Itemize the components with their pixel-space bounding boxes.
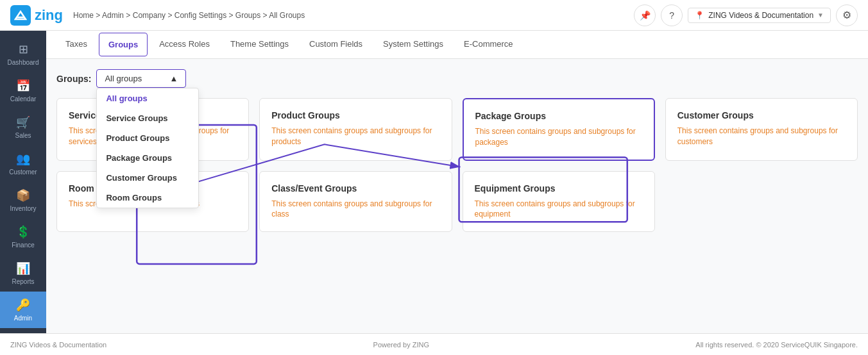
reports-icon: 📊 <box>16 261 30 276</box>
card-package-groups-title: Package Groups <box>475 111 642 121</box>
card-class-event-groups-title: Class/Event Groups <box>271 183 439 194</box>
location-pin-icon: 📍 <box>695 11 704 20</box>
settings-button[interactable]: ⚙ <box>836 4 858 26</box>
location-button[interactable]: 📍 ZING Videos & Documentation ▼ <box>688 8 831 23</box>
sidebar-item-calendar[interactable]: 📅 Calendar <box>0 72 46 109</box>
finance-icon: 💲 <box>16 225 30 239</box>
card-customer-groups[interactable]: Customer Groups This screen contains gro… <box>665 98 858 161</box>
pin-button[interactable]: 📌 <box>634 4 656 26</box>
card-product-groups-desc: This screen contains groups and subgroup… <box>271 126 439 147</box>
logo-text: zing <box>35 7 63 24</box>
sidebar-item-inventory[interactable]: 📦 Inventory <box>0 182 46 219</box>
help-button[interactable]: ? <box>661 4 683 26</box>
logo-icon <box>10 5 31 26</box>
sidebar-item-reports-label: Reports <box>12 278 34 285</box>
sidebar-item-admin-label: Admin <box>14 315 32 322</box>
groups-dropdown-menu: All groups Service Groups Product Groups… <box>96 88 199 208</box>
admin-key-icon: 🔑 <box>16 298 30 312</box>
footer: ZING Videos & Documentation Powered by Z… <box>0 333 868 355</box>
sidebar-item-reports[interactable]: 📊 Reports <box>0 255 46 292</box>
footer-center: Powered by ZING <box>373 341 429 349</box>
dropdown-item-service-groups[interactable]: Service Groups <box>97 108 198 128</box>
card-product-groups-title: Product Groups <box>271 110 439 120</box>
sidebar-item-dashboard-label: Dashboard <box>8 59 39 66</box>
dashboard-icon: ⊞ <box>19 42 28 56</box>
dropdown-item-customer-groups[interactable]: Customer Groups <box>97 168 198 188</box>
groups-dropdown-selected: All groups <box>105 74 142 83</box>
sidebar-item-calendar-label: Calendar <box>10 95 37 103</box>
card-equipment-groups-title: Equipment Groups <box>475 183 643 194</box>
calendar-icon: 📅 <box>16 79 30 93</box>
card-customer-groups-desc: This screen contains groups and subgroup… <box>677 126 846 147</box>
tab-system-settings[interactable]: System Settings <box>374 33 452 56</box>
chevron-down-icon: ▼ <box>817 12 824 19</box>
sidebar-item-sales[interactable]: 🛒 Sales <box>0 109 46 145</box>
tab-groups[interactable]: Groups <box>99 33 148 56</box>
topbar-actions: 📌 ? 📍 ZING Videos & Documentation ▼ ⚙ <box>634 4 858 26</box>
card-equipment-groups-desc: This screen contains groups and subgroup… <box>475 199 643 220</box>
dropdown-item-room-groups[interactable]: Room Groups <box>97 188 198 208</box>
sidebar-item-admin-user[interactable]: 👤 Admin <box>0 328 46 333</box>
groups-dropdown-wrapper: All groups ▲ All groups Service Groups P… <box>96 69 186 88</box>
card-package-groups[interactable]: Package Groups This screen contains grou… <box>463 98 655 161</box>
dropdown-item-product-groups[interactable]: Product Groups <box>97 128 198 148</box>
card-class-event-groups-desc: This screen contains groups and subgroup… <box>271 199 439 220</box>
sales-icon: 🛒 <box>16 115 30 129</box>
card-customer-groups-title: Customer Groups <box>677 110 846 120</box>
footer-left: ZING Videos & Documentation <box>10 341 106 349</box>
groups-header: Groups: All groups ▲ All groups Service … <box>56 69 858 88</box>
dropdown-item-package-groups[interactable]: Package Groups <box>97 148 198 168</box>
card-class-event-groups[interactable]: Class/Event Groups This screen contains … <box>259 171 452 233</box>
footer-right: All rights reserved. © 2020 ServiceQUIK … <box>695 341 858 349</box>
dropdown-item-all-groups[interactable]: All groups <box>97 88 198 108</box>
breadcrumb: Home > Admin > Company > Config Settings… <box>73 11 634 20</box>
groups-dropdown-button[interactable]: All groups ▲ <box>96 69 186 88</box>
location-label: ZING Videos & Documentation <box>708 11 813 20</box>
tabs-bar: Taxes Groups Access Roles Theme Settings… <box>46 31 868 59</box>
tab-theme-settings[interactable]: Theme Settings <box>221 33 298 56</box>
sidebar-item-sales-label: Sales <box>15 132 31 139</box>
card-package-groups-desc: This screen contains groups and subgroup… <box>475 126 642 148</box>
tab-ecommerce[interactable]: E-Commerce <box>455 33 522 56</box>
sidebar-item-inventory-label: Inventory <box>10 205 36 212</box>
sidebar-item-admin[interactable]: 🔑 Admin <box>0 292 46 328</box>
content-area: Taxes Groups Access Roles Theme Settings… <box>46 31 868 333</box>
sidebar-item-customer-label: Customer <box>9 169 37 176</box>
page-content: Groups: All groups ▲ All groups Service … <box>46 59 868 333</box>
logo: zing <box>10 5 63 26</box>
topbar: zing Home > Admin > Company > Config Set… <box>0 0 868 31</box>
tab-access-roles[interactable]: Access Roles <box>150 33 219 56</box>
customer-icon: 👥 <box>16 152 30 166</box>
sidebar-item-finance-label: Finance <box>12 242 35 249</box>
card-equipment-groups[interactable]: Equipment Groups This screen contains gr… <box>463 171 655 233</box>
sidebar-item-dashboard[interactable]: ⊞ Dashboard <box>0 36 46 72</box>
chevron-up-icon: ▲ <box>170 74 178 83</box>
card-product-groups[interactable]: Product Groups This screen contains grou… <box>259 98 452 161</box>
sidebar-item-customer[interactable]: 👥 Customer <box>0 145 46 182</box>
sidebar: ⊞ Dashboard 📅 Calendar 🛒 Sales 👥 Custome… <box>0 31 46 333</box>
main-layout: ⊞ Dashboard 📅 Calendar 🛒 Sales 👥 Custome… <box>0 31 868 333</box>
tab-taxes[interactable]: Taxes <box>56 33 96 56</box>
sidebar-item-finance[interactable]: 💲 Finance <box>0 219 46 255</box>
inventory-icon: 📦 <box>16 188 30 202</box>
tab-custom-fields[interactable]: Custom Fields <box>300 33 371 56</box>
groups-label: Groups: <box>56 74 91 84</box>
